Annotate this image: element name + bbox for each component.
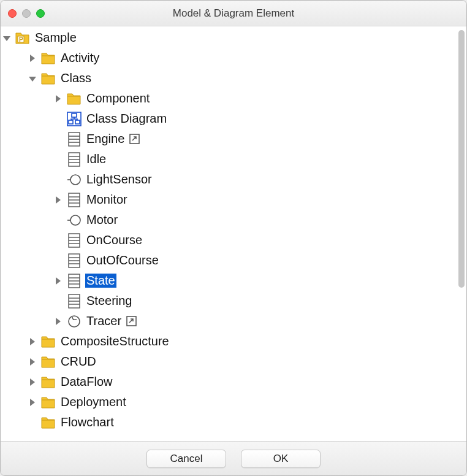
tree-item-label: OutOfCourse — [85, 253, 160, 267]
arrow-placeholder — [26, 416, 39, 429]
tree-item[interactable]: DataFlow — [1, 372, 466, 392]
folder-icon — [67, 91, 82, 106]
tree-item[interactable]: Deployment — [1, 392, 466, 412]
tree-item-label: CompositeStructure — [59, 334, 170, 348]
tree-item[interactable]: Tracer — [1, 311, 466, 331]
tree-item[interactable]: Motor — [1, 210, 466, 230]
tree-item-label: DataFlow — [59, 375, 113, 389]
interface-icon — [67, 213, 82, 228]
tree-item[interactable]: Class Diagram — [1, 109, 466, 129]
chevron-right-icon[interactable] — [26, 52, 39, 64]
tree-item[interactable]: Idle — [1, 149, 466, 169]
ok-button[interactable]: OK — [241, 450, 321, 468]
tree-item[interactable]: CRUD — [1, 351, 466, 372]
tree-item-label: Tracer — [85, 314, 123, 328]
chevron-right-icon[interactable] — [52, 93, 64, 105]
tree-item-label: OnCourse — [85, 233, 143, 247]
external-link-icon — [126, 316, 137, 327]
project-icon — [15, 31, 30, 45]
tree-item[interactable]: LightSensor — [1, 169, 466, 190]
tree-view[interactable]: SampleActivityClassComponentClass Diagra… — [1, 26, 466, 441]
tree-item-label: Motor — [85, 213, 119, 227]
tree-item-label: Class — [59, 71, 93, 85]
tree-item[interactable]: Steering — [1, 291, 466, 311]
class-icon — [67, 233, 82, 248]
class-icon — [67, 193, 82, 207]
zoom-icon[interactable] — [36, 9, 45, 18]
folder-icon — [41, 375, 56, 390]
tree-item-label: CRUD — [59, 355, 97, 369]
chevron-right-icon[interactable] — [26, 376, 39, 388]
title-bar: Model & Diagram Element — [1, 1, 466, 26]
arrow-placeholder — [52, 113, 64, 125]
tree-item[interactable]: Sample — [1, 28, 466, 48]
tree-item-label: LightSensor — [85, 172, 153, 186]
tree-item[interactable]: Class — [1, 68, 466, 88]
chevron-right-icon[interactable] — [52, 315, 64, 328]
tree-item[interactable]: Monitor — [1, 190, 466, 210]
tree-item-label: Component — [85, 91, 151, 106]
chevron-right-icon[interactable] — [26, 336, 39, 348]
tree-item-label: Sample — [34, 31, 78, 45]
window-title: Model & Diagram Element — [8, 7, 459, 20]
cancel-button[interactable]: Cancel — [146, 450, 226, 468]
tree-item-label: Activity — [59, 51, 101, 65]
scrollbar[interactable] — [458, 30, 465, 288]
arrow-placeholder — [52, 153, 64, 166]
folder-icon — [41, 395, 56, 410]
folder-icon — [41, 355, 56, 369]
arrow-placeholder — [52, 255, 64, 267]
chevron-down-icon[interactable] — [26, 72, 39, 85]
class-icon — [67, 274, 82, 288]
tree-item-label: Flowchart — [59, 415, 115, 429]
tree-item-label: Monitor — [85, 193, 129, 207]
folder-icon — [41, 71, 56, 86]
tree-item[interactable]: CompositeStructure — [1, 331, 466, 351]
class-icon — [67, 253, 82, 268]
diagram-icon — [67, 112, 82, 126]
external-link-icon — [129, 134, 140, 145]
chevron-right-icon[interactable] — [52, 194, 64, 206]
tree-item[interactable]: Engine — [1, 129, 466, 149]
tree-item[interactable]: OnCourse — [1, 230, 466, 250]
arrow-placeholder — [52, 214, 64, 226]
minimize-icon[interactable] — [22, 9, 31, 18]
folder-icon — [41, 51, 56, 66]
interface-icon — [67, 172, 82, 187]
arrow-placeholder — [52, 234, 64, 247]
tree-item-label: Idle — [85, 152, 107, 166]
tree-item[interactable]: Activity — [1, 48, 466, 68]
chevron-right-icon[interactable] — [26, 396, 39, 409]
activeclass-icon — [67, 314, 82, 329]
arrow-placeholder — [52, 174, 64, 186]
arrow-placeholder — [52, 133, 64, 145]
class-icon — [67, 294, 82, 309]
chevron-down-icon[interactable] — [1, 32, 13, 44]
dialog-body: SampleActivityClassComponentClass Diagra… — [1, 26, 466, 441]
tree-item[interactable]: OutOfCourse — [1, 250, 466, 271]
chevron-right-icon[interactable] — [52, 275, 64, 287]
tree-item-label: Engine — [85, 132, 126, 146]
tree-item-label: Steering — [85, 294, 134, 308]
chevron-right-icon[interactable] — [26, 356, 39, 368]
folder-icon — [41, 415, 56, 430]
window-controls — [8, 9, 45, 18]
folder-icon — [41, 334, 56, 349]
class-icon — [67, 152, 82, 167]
tree-item[interactable]: Flowchart — [1, 412, 466, 432]
tree-item-label: Class Diagram — [85, 112, 168, 126]
tree-item[interactable]: State — [1, 271, 466, 291]
dialog-footer: Cancel OK — [1, 441, 466, 475]
tree-item-label: Deployment — [59, 395, 127, 409]
arrow-placeholder — [52, 295, 64, 307]
class-icon — [67, 132, 82, 147]
tree-item-label: State — [85, 274, 116, 288]
tree-item[interactable]: Component — [1, 88, 466, 109]
close-icon[interactable] — [8, 9, 17, 18]
